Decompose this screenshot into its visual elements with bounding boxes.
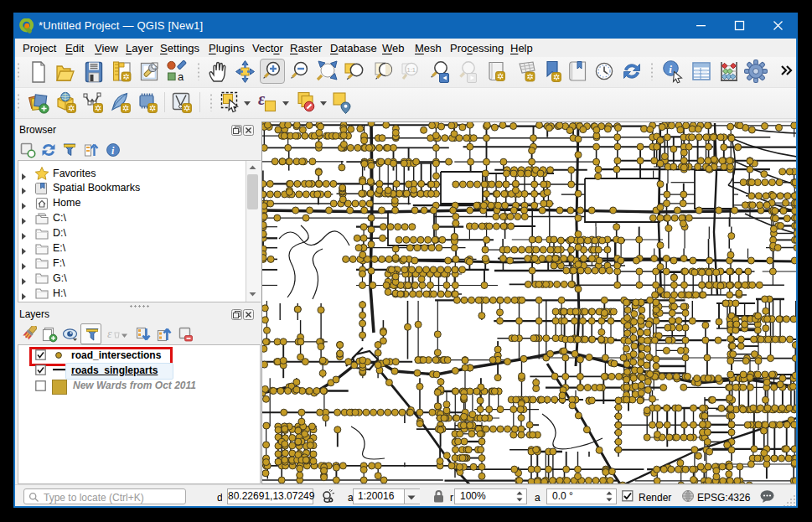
svg-text:ε: ε (258, 90, 266, 108)
svg-text:1:1: 1:1 (407, 66, 416, 74)
svg-text:i: i (669, 63, 672, 75)
svg-text:ε: ε (107, 328, 112, 340)
svg-text:a: a (178, 70, 184, 83)
